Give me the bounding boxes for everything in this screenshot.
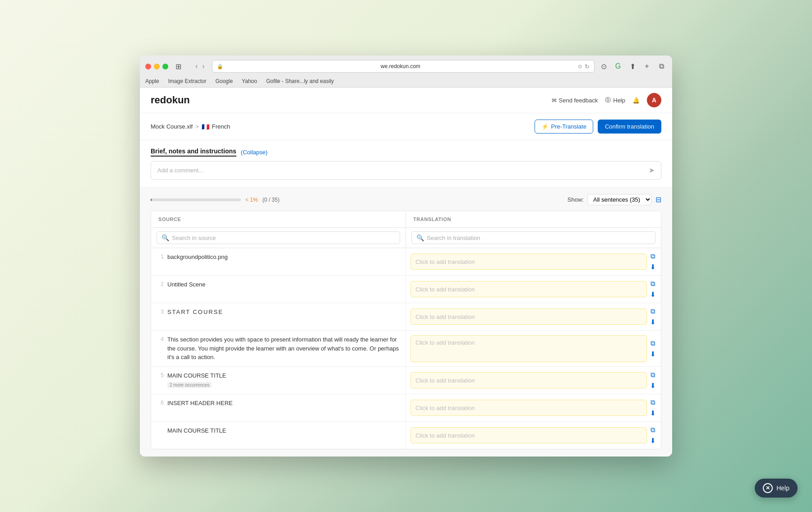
help-fab-label: Help: [776, 484, 789, 492]
bookmark-yahoo[interactable]: Yahoo: [242, 78, 257, 84]
new-tab-button[interactable]: +: [641, 61, 652, 72]
show-label: Show:: [567, 196, 584, 203]
machine-translate-button-5[interactable]: ⬇: [650, 381, 656, 390]
translation-cell-3[interactable]: Click to add translation ⧉ ⬇: [406, 303, 661, 330]
refresh-icon[interactable]: ↻: [585, 63, 590, 70]
machine-translate-button-6[interactable]: ⬇: [650, 409, 656, 418]
translation-input-3[interactable]: Click to add translation: [411, 309, 647, 325]
address-bar[interactable]: 🔒 we.redokun.com ⊙ ↻: [212, 60, 595, 73]
translation-input-2[interactable]: Click to add translation: [411, 281, 647, 297]
forward-button[interactable]: ›: [200, 61, 206, 71]
filter-select[interactable]: All sentences (35) Untranslated Translat…: [587, 194, 652, 205]
copy-source-button-4[interactable]: ⧉: [650, 339, 656, 348]
notifications-button[interactable]: 🔔: [632, 97, 640, 104]
search-source-icon: 🔍: [161, 234, 169, 241]
translation-input-4[interactable]: Click to add translation: [411, 335, 647, 362]
source-text-7: MAIN COURSE TITLE: [167, 426, 226, 435]
translation-input-1[interactable]: Click to add translation: [411, 254, 647, 270]
avatar[interactable]: A: [647, 93, 661, 107]
table-row: 1 backgroundpolitico.png Click to add tr…: [151, 248, 661, 276]
filter-icon[interactable]: ⊟: [655, 195, 661, 204]
cell-actions-7: ⧉ ⬇: [650, 425, 656, 445]
maximize-button[interactable]: [162, 64, 168, 69]
send-icon[interactable]: ➤: [649, 166, 655, 175]
bookmark-gofile[interactable]: Gofile - Share...ly and easily: [266, 78, 334, 84]
windows-button[interactable]: ⧉: [656, 61, 667, 72]
machine-translate-button-7[interactable]: ⬇: [650, 436, 656, 445]
row-number-5: 5: [157, 371, 164, 378]
help-fab-button[interactable]: ✕ Help: [755, 479, 798, 498]
collapse-link[interactable]: (Collapse): [241, 149, 268, 156]
source-text-3: START COURSE: [167, 308, 223, 317]
progress-row: < 1% (0 / 35) Show: All sentences (35) U…: [151, 194, 661, 205]
translation-input-5[interactable]: Click to add translation: [411, 372, 647, 388]
copy-source-button-1[interactable]: ⧉: [650, 252, 656, 261]
machine-translate-button-3[interactable]: ⬇: [650, 318, 656, 327]
progress-bar-background: [151, 198, 241, 201]
action-buttons: ⚡ Pre-Translate Confirm translation: [535, 120, 661, 134]
comment-input[interactable]: [157, 167, 649, 174]
copy-source-button-5[interactable]: ⧉: [650, 370, 656, 379]
source-cell-4: 4 This section provides you with space t…: [151, 331, 406, 366]
row-number-6: 6: [157, 399, 164, 406]
bookmark-image-extractor[interactable]: Image Extractor: [168, 78, 207, 84]
browser-chrome: ⊞ ‹ › 🔒 we.redokun.com ⊙ ↻ ⊙ G ⬆ + ⧉: [140, 55, 672, 88]
row-number-4: 4: [157, 335, 164, 342]
language-flag: 🇫🇷: [202, 123, 209, 130]
reader-icon: ⊙: [578, 64, 582, 69]
translation-cell-7[interactable]: Click to add translation ⧉ ⬇: [406, 422, 661, 449]
traffic-lights: [145, 64, 168, 69]
translation-cell-5[interactable]: Click to add translation ⧉ ⬇: [406, 367, 661, 394]
grammarly-button[interactable]: G: [613, 61, 623, 72]
lock-icon: 🔒: [217, 64, 223, 69]
brief-section: Brief, notes and instructions (Collapse)…: [140, 140, 672, 180]
help-button[interactable]: ⓪ Help: [605, 96, 625, 104]
breadcrumb-separator: >: [195, 123, 199, 130]
progress-bar-fill: [151, 198, 152, 201]
source-column-header: SOURCE: [151, 211, 406, 227]
translation-input-7[interactable]: Click to add translation: [411, 427, 647, 443]
copy-source-button-7[interactable]: ⧉: [650, 425, 656, 434]
machine-translate-button-1[interactable]: ⬇: [650, 263, 656, 272]
confirm-translation-button[interactable]: Confirm translation: [598, 120, 661, 134]
translation-search-wrap: 🔍: [411, 231, 655, 244]
row-number-7: [157, 426, 164, 427]
lightning-icon: ⚡: [541, 123, 549, 130]
search-source-input[interactable]: [172, 235, 395, 241]
translation-table: SOURCE TRANSLATION 🔍: [151, 211, 661, 449]
source-text-1: backgroundpolitico.png: [167, 253, 228, 262]
machine-translate-button-2[interactable]: ⬇: [650, 290, 656, 299]
cell-actions-6: ⧉ ⬇: [650, 398, 656, 418]
sidebar-toggle-button[interactable]: ⊞: [175, 61, 188, 71]
bookmark-google[interactable]: Google: [215, 78, 233, 84]
copy-source-button-3[interactable]: ⧉: [650, 307, 656, 316]
translation-cell-6[interactable]: Click to add translation ⧉ ⬇: [406, 394, 661, 421]
bookmarks-bar: Apple Image Extractor Google Yahoo Gofil…: [145, 76, 667, 87]
copy-source-button-6[interactable]: ⧉: [650, 398, 656, 407]
search-translation-input[interactable]: [427, 235, 651, 241]
table-row: 4 This section provides you with space t…: [151, 331, 661, 367]
source-cell-1: 1 backgroundpolitico.png: [151, 248, 406, 275]
pre-translate-button[interactable]: ⚡ Pre-Translate: [535, 120, 593, 134]
translation-cell-4[interactable]: Click to add translation ⧉ ⬇: [406, 331, 661, 366]
nav-arrows: ‹ ›: [194, 61, 207, 71]
download-button[interactable]: ⊙: [598, 61, 609, 72]
progress-left: < 1% (0 / 35): [151, 197, 280, 203]
source-cell-7: MAIN COURSE TITLE: [151, 422, 406, 449]
translation-cell-1[interactable]: Click to add translation ⧉ ⬇: [406, 248, 661, 275]
copy-source-button-2[interactable]: ⧉: [650, 279, 656, 288]
progress-percent: < 1%: [245, 197, 258, 203]
close-button[interactable]: [145, 64, 151, 69]
translation-input-6[interactable]: Click to add translation: [411, 400, 647, 416]
minimize-button[interactable]: [154, 64, 160, 69]
send-feedback-button[interactable]: ✉ Send feedback: [552, 97, 598, 104]
breadcrumb-bar: Mock Course.xlf > 🇫🇷 French ⚡ Pre-Transl…: [140, 113, 672, 140]
share-button[interactable]: ⬆: [627, 61, 638, 72]
machine-translate-button-4[interactable]: ⬇: [650, 350, 656, 359]
brief-header: Brief, notes and instructions (Collapse): [151, 148, 661, 157]
bell-icon: 🔔: [632, 97, 640, 104]
back-button[interactable]: ‹: [194, 61, 199, 71]
translation-cell-2[interactable]: Click to add translation ⧉ ⬇: [406, 276, 661, 303]
bookmark-apple[interactable]: Apple: [145, 78, 159, 84]
cell-actions-4: ⧉ ⬇: [650, 339, 656, 359]
